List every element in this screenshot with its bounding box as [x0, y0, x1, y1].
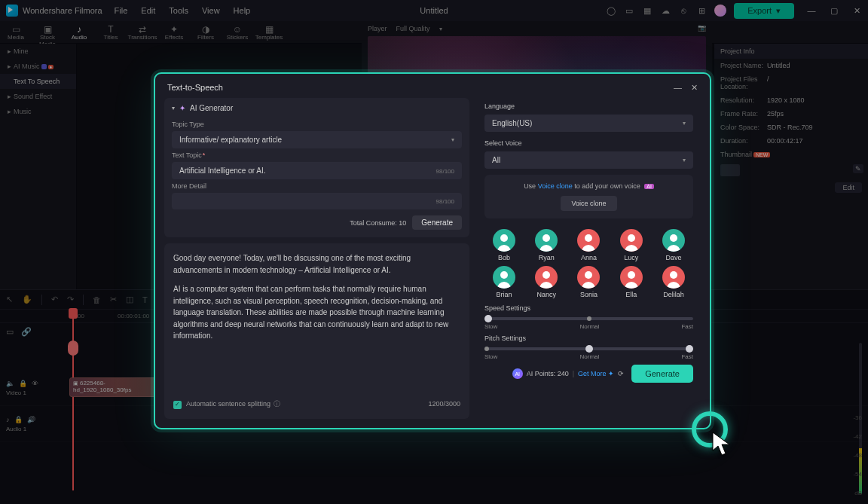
sidebar-item-mine[interactable]: ▸Mine: [0, 44, 76, 59]
video-clip[interactable]: ▣ 6225468-hd_1920_1080_30fps: [69, 377, 166, 397]
ai-points-value: AI Points: 240: [527, 370, 569, 377]
chevron-down-icon: ▾: [683, 120, 686, 127]
chevron-down-icon[interactable]: ▾: [439, 26, 442, 32]
speed-settings-label: Speed Settings: [484, 304, 693, 312]
text-icon[interactable]: T: [142, 295, 148, 304]
voice-option-sonia[interactable]: Sonia: [569, 266, 608, 298]
undo-icon[interactable]: ↶: [51, 295, 58, 304]
pointer-tool-icon[interactable]: ↖: [6, 295, 13, 304]
volume-icon[interactable]: 🔊: [27, 416, 35, 423]
voice-select[interactable]: All ▾: [484, 151, 693, 169]
mute-icon[interactable]: ♪: [6, 416, 10, 423]
get-more-link[interactable]: Get More ✦: [578, 370, 614, 377]
lock-icon[interactable]: 🔒: [19, 380, 27, 387]
edit-button[interactable]: Edit: [835, 182, 862, 193]
auto-split-checkbox[interactable]: ✓: [173, 401, 182, 409]
language-select[interactable]: English(US) ▾: [484, 115, 693, 132]
snapshot-icon[interactable]: 📷: [698, 24, 706, 32]
tab-filters[interactable]: ◑Filters: [190, 24, 222, 41]
info-icon[interactable]: ⓘ: [274, 399, 280, 410]
generated-text-area[interactable]: Good day everyone! Today, we'll be discu…: [173, 252, 460, 395]
record-icon[interactable]: ◯: [606, 5, 616, 16]
mute-icon[interactable]: 🔈: [6, 380, 14, 387]
media-icon: ▭: [0, 24, 32, 34]
menu-view[interactable]: View: [202, 6, 220, 15]
audio-meter: -36 -42 -48 -54 dB: [839, 316, 862, 498]
crop-icon[interactable]: ◫: [126, 295, 133, 304]
voice-option-brian[interactable]: Brian: [484, 266, 524, 298]
minimize-button[interactable]: —: [806, 5, 817, 16]
sidebar-item-sound-effect[interactable]: ▸Sound Effect: [0, 89, 76, 104]
auto-split-label: Automatic sentence splitting: [186, 399, 270, 410]
cloud-icon[interactable]: ☁: [660, 5, 671, 16]
voice-option-lucy[interactable]: Lucy: [612, 229, 651, 261]
video-track-label: Video 1: [6, 389, 59, 396]
sidebar-item-ai-music[interactable]: ▸AI Music●: [0, 59, 76, 74]
close-button[interactable]: ✕: [851, 5, 862, 16]
speed-slider-thumb[interactable]: [484, 315, 492, 322]
link-icon[interactable]: 🔗: [21, 327, 32, 337]
voice-option-nancy[interactable]: Nancy: [527, 266, 566, 298]
menu-file[interactable]: File: [115, 6, 128, 15]
lock-icon[interactable]: 🔒: [14, 416, 23, 423]
delete-icon[interactable]: 🗑: [93, 295, 101, 304]
voice-option-anna[interactable]: Anna: [569, 229, 608, 261]
minimize-dialog-button[interactable]: —: [674, 83, 682, 93]
sidebar-item-music[interactable]: ▸Music: [0, 104, 76, 119]
pitch-slider-right-marker[interactable]: [686, 345, 693, 353]
split-icon[interactable]: ✂: [110, 295, 117, 304]
generate-button[interactable]: Generate: [631, 365, 693, 383]
voice-option-delilah[interactable]: Delilah: [654, 266, 693, 298]
pitch-slider[interactable]: [484, 347, 693, 350]
hand-tool-icon[interactable]: ✋: [22, 295, 32, 304]
visibility-icon[interactable]: 👁: [32, 380, 38, 387]
tab-titles[interactable]: TTitles: [95, 24, 127, 41]
voice-name-label: Brian: [497, 291, 512, 298]
collapse-icon[interactable]: ▾: [172, 105, 175, 111]
voice-clone-button[interactable]: Voice clone: [561, 196, 616, 211]
select-voice-label: Select Voice: [484, 139, 693, 147]
pitch-slider-thumb[interactable]: [585, 345, 593, 353]
support-icon[interactable]: ⎋: [678, 5, 689, 16]
sidebar-item-text-to-speech[interactable]: Text To Speech: [0, 74, 76, 89]
menu-tools[interactable]: Tools: [169, 6, 188, 15]
menu-edit[interactable]: Edit: [141, 6, 155, 15]
apps-icon[interactable]: ⊞: [696, 5, 707, 16]
speed-slider[interactable]: [484, 317, 693, 320]
tab-effects[interactable]: ✦Effects: [158, 24, 190, 41]
tab-media[interactable]: ▭Media: [0, 24, 32, 41]
text-topic-input[interactable]: Artificial Intelligence or AI. 98/100: [172, 162, 462, 179]
refresh-icon[interactable]: ⟳: [618, 370, 624, 377]
thumbnail-preview[interactable]: [720, 164, 740, 176]
player-quality[interactable]: Full Quality: [396, 25, 430, 32]
tab-audio[interactable]: ♪Audio: [63, 24, 95, 41]
close-dialog-button[interactable]: ✕: [691, 83, 698, 93]
tab-transitions[interactable]: ⇄Transitions: [127, 24, 158, 41]
playhead-handle[interactable]: [68, 341, 78, 356]
export-button[interactable]: Export ▾: [734, 3, 794, 19]
add-track-icon[interactable]: ▭: [6, 327, 14, 337]
redo-icon[interactable]: ↷: [67, 295, 74, 304]
topic-type-value: Informative/ explanatory article: [179, 136, 282, 144]
layout-icon[interactable]: ▭: [624, 5, 634, 16]
user-avatar-icon[interactable]: [714, 5, 726, 17]
generated-text-panel: Good day everyone! Today, we'll be discu…: [164, 243, 469, 419]
tab-stickers[interactable]: ☺Stickers: [222, 24, 253, 41]
voice-option-ella[interactable]: Ella: [612, 266, 651, 298]
voice-avatar-icon: [493, 266, 515, 289]
language-value: English(US): [492, 119, 532, 127]
stock-media-icon: ▣: [32, 24, 63, 34]
menu-help[interactable]: Help: [234, 6, 251, 15]
voice-option-dave[interactable]: Dave: [654, 229, 693, 261]
tab-templates[interactable]: ▦Templates: [253, 24, 285, 41]
maximize-button[interactable]: ▢: [829, 5, 839, 16]
voice-avatar-icon: [577, 266, 600, 289]
more-detail-input[interactable]: 98/100: [172, 193, 462, 209]
project-icon[interactable]: ▦: [642, 5, 653, 16]
voice-name-label: Bob: [498, 254, 510, 261]
voice-option-bob[interactable]: Bob: [484, 229, 524, 261]
generate-draft-button[interactable]: Generate: [412, 215, 462, 230]
voice-clone-link[interactable]: Voice clone: [538, 182, 573, 190]
voice-option-ryan[interactable]: Ryan: [527, 229, 566, 261]
topic-type-select[interactable]: Informative/ explanatory article ▾: [172, 131, 462, 148]
